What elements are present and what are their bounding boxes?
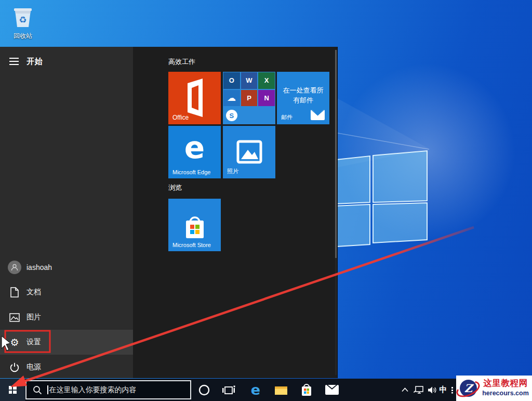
tray-expand-button[interactable] — [400, 379, 409, 401]
sidebar-item-power[interactable]: 电源 — [0, 355, 133, 380]
task-view-icon — [221, 383, 236, 397]
power-icon — [8, 360, 21, 374]
recycle-bin-icon: ♻ — [10, 4, 35, 29]
start-menu: 开始 iashoah 文档 图片 ⚙ 设置 电源 高效工作 — [0, 47, 338, 378]
tile-mail-label: 邮件 — [281, 113, 292, 121]
word-mini-tile[interactable]: W — [241, 72, 258, 89]
tile-office-label: Office — [172, 114, 189, 121]
cortana-button[interactable] — [194, 379, 215, 401]
text-caret — [47, 385, 48, 394]
mail-envelope-icon — [311, 110, 325, 120]
onenote-mini-tile[interactable]: N — [258, 90, 275, 107]
windows-start-icon — [9, 386, 17, 394]
skype-icon: S — [226, 110, 237, 121]
search-icon — [33, 385, 42, 395]
taskbar-search-input[interactable]: 在这里输入你要搜索的内容 — [25, 380, 191, 399]
tile-photos[interactable]: 照片 — [223, 126, 275, 178]
store-taskbar-icon — [300, 383, 313, 397]
user-avatar-icon — [8, 261, 21, 274]
mail-taskbar-button[interactable] — [322, 379, 342, 401]
onenote-glyph: N — [264, 94, 269, 102]
excel-mini-tile[interactable]: X — [258, 72, 275, 89]
onedrive-mini-tile[interactable]: ☁ — [223, 90, 240, 107]
watermark-swoosh — [454, 378, 482, 400]
edge-taskbar-button[interactable]: e — [245, 379, 266, 401]
powerpoint-mini-tile[interactable]: P — [241, 90, 258, 107]
excel-glyph: X — [264, 76, 269, 84]
edge-icon: e — [251, 382, 260, 398]
file-explorer-icon — [274, 384, 288, 396]
start-menu-title: 开始 — [26, 57, 43, 67]
sidebar-item-documents[interactable]: 文档 — [0, 280, 133, 305]
watermark-logo: Z — [457, 378, 478, 399]
settings-gear-icon: ⚙ — [8, 335, 21, 349]
network-tray-button[interactable] — [412, 379, 425, 401]
speaker-icon — [428, 386, 437, 394]
volume-tray-button[interactable] — [426, 379, 438, 401]
site-watermark: Z 这里教程网 herecours.com — [456, 376, 532, 401]
sidebar-user-label: iashoah — [26, 263, 52, 271]
tile-office-folder[interactable]: O W X ☁ P N S — [223, 72, 275, 124]
mail-taskbar-icon — [325, 385, 339, 395]
onedrive-cloud-icon: ☁ — [227, 93, 236, 104]
ime-indicator[interactable]: 中 — [437, 379, 449, 401]
edge-logo-icon: e — [168, 130, 221, 165]
recycle-bin[interactable]: ♻ 回收站 — [6, 4, 39, 41]
sidebar-item-user[interactable]: iashoah — [0, 255, 133, 280]
mail-tile-headline: 在一处查看所有邮件 — [280, 85, 326, 105]
outlook-mini-tile[interactable]: O — [223, 72, 240, 89]
tile-store[interactable]: Microsoft Store — [168, 199, 221, 251]
tile-edge[interactable]: e Microsoft Edge — [168, 126, 221, 178]
sidebar-settings-label: 设置 — [26, 338, 41, 347]
sidebar-item-settings[interactable]: ⚙ 设置 — [0, 330, 133, 355]
tile-photos-label: 照片 — [227, 167, 238, 175]
sidebar-item-pictures[interactable]: 图片 — [0, 305, 133, 330]
tile-group-productivity: 高效工作 — [168, 57, 195, 67]
skype-mini-tile[interactable]: S — [223, 107, 240, 124]
taskbar: 在这里输入你要搜索的内容 e — [0, 379, 532, 401]
document-icon — [8, 286, 21, 299]
tile-office[interactable]: Office — [168, 72, 221, 124]
tile-group-explore: 浏览 — [168, 183, 182, 192]
cortana-icon — [198, 384, 210, 396]
powerpoint-glyph: P — [247, 94, 251, 102]
chevron-up-icon — [402, 387, 408, 392]
svg-text:♻: ♻ — [19, 15, 26, 25]
start-menu-header: 开始 — [0, 53, 133, 70]
watermark-site-domain: herecours.com — [480, 390, 531, 397]
network-ethernet-icon — [414, 385, 424, 394]
empty-cell — [241, 107, 258, 124]
store-taskbar-button[interactable] — [296, 379, 317, 401]
sidebar-documents-label: 文档 — [26, 288, 41, 297]
start-button[interactable] — [0, 379, 25, 401]
outlook-glyph: O — [229, 76, 234, 84]
start-menu-scrollbar[interactable] — [335, 50, 337, 375]
empty-cell — [258, 107, 275, 124]
recycle-bin-label: 回收站 — [6, 32, 39, 41]
task-view-button[interactable] — [218, 379, 239, 401]
tile-edge-label: Microsoft Edge — [172, 169, 210, 175]
pictures-icon — [8, 311, 21, 324]
watermark-site-name: 这里教程网 — [480, 378, 531, 389]
tile-store-label: Microsoft Store — [172, 242, 211, 248]
search-placeholder-text: 在这里输入你要搜索的内容 — [49, 385, 137, 395]
sidebar-pictures-label: 图片 — [26, 313, 41, 322]
word-glyph: W — [246, 76, 252, 84]
sidebar-power-label: 电源 — [26, 363, 41, 372]
hamburger-icon[interactable] — [9, 58, 19, 65]
tile-mail[interactable]: 在一处查看所有邮件 邮件 — [277, 72, 329, 124]
file-explorer-button[interactable] — [271, 379, 291, 401]
